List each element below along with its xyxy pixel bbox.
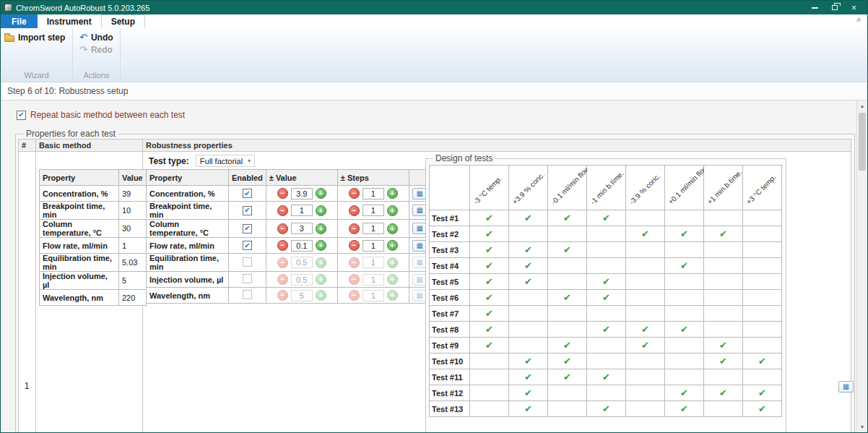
decrease-steps-button[interactable]: − (349, 240, 360, 251)
tab-file[interactable]: File (1, 14, 38, 28)
decrease-steps-button[interactable]: − (349, 274, 360, 285)
restore-icon (832, 5, 838, 10)
decrease-steps-button[interactable]: − (349, 223, 360, 234)
design-cell (743, 258, 782, 274)
increase-value-button[interactable]: + (316, 257, 326, 268)
steps-field[interactable]: 1 (363, 205, 384, 216)
undo-button[interactable]: ↶ Undo (79, 32, 113, 43)
design-cell (704, 258, 743, 274)
increase-value-button[interactable]: + (316, 188, 326, 199)
decrease-steps-button[interactable]: − (349, 205, 360, 216)
design-cell (665, 242, 704, 258)
check-icon: ✔ (524, 372, 532, 382)
repeat-method-checkbox[interactable]: ✔ (17, 111, 26, 120)
design-col-header: -1 min b.time. (587, 166, 626, 210)
enabled-checkbox[interactable]: ✔ (243, 241, 252, 250)
steps-field[interactable]: 1 (363, 240, 384, 252)
steps-field[interactable]: 1 (363, 257, 384, 268)
scroll-up-icon[interactable]: ▲ (857, 100, 867, 111)
increase-value-button[interactable]: + (316, 274, 326, 285)
scroll-down-icon[interactable]: ▼ (857, 421, 867, 432)
restore-button[interactable] (825, 1, 844, 14)
design-cell: ✔ (470, 210, 509, 226)
robustness-row: Column temperature, °C✔−3+−1+▦ (147, 220, 431, 238)
steps-field[interactable]: 1 (363, 223, 384, 234)
test-label: Test #11 (430, 369, 470, 385)
check-icon: ✔ (641, 228, 649, 239)
increase-steps-button[interactable]: + (387, 290, 398, 301)
robustness-col-header: Property (147, 170, 229, 186)
value-field[interactable]: 5 (291, 290, 313, 301)
value-field[interactable]: 3.9 (291, 188, 313, 200)
value-field-cell: −0.1+ (266, 238, 337, 254)
increase-steps-button[interactable]: + (387, 205, 398, 216)
decrease-steps-button[interactable]: − (349, 290, 360, 301)
robustness-row: Breakpoint time, min✔−1+−1+▦ (147, 202, 431, 220)
check-icon: ✔ (719, 387, 727, 398)
decrease-value-button[interactable]: − (277, 274, 288, 285)
increase-steps-button[interactable]: + (387, 188, 398, 199)
tab-setup[interactable]: Setup (101, 14, 145, 28)
decrease-steps-button[interactable]: − (349, 188, 360, 199)
increase-value-button[interactable]: + (316, 223, 326, 234)
test-label: Test #1 (430, 210, 470, 226)
enabled-checkbox[interactable]: ✔ (243, 224, 252, 233)
steps-field[interactable]: 1 (363, 290, 384, 301)
value-field[interactable]: 0.1 (291, 240, 313, 252)
value-field[interactable]: 0.5 (291, 257, 313, 268)
redo-button[interactable]: ↷ Redo (79, 44, 113, 55)
decrease-value-button[interactable]: − (277, 240, 288, 251)
decrease-steps-button[interactable]: − (349, 257, 360, 268)
minimize-button[interactable] (805, 1, 825, 14)
steps-field[interactable]: 1 (363, 188, 384, 200)
close-button[interactable]: × (844, 1, 864, 14)
undo-label: Undo (91, 33, 113, 43)
design-col-header: -0.1 ml/min flow. (548, 166, 587, 210)
import-step-button[interactable]: Import step (4, 33, 65, 43)
test-label: Test #4 (430, 258, 470, 274)
basic-method-row: Injection volume, µl5 (40, 272, 147, 290)
steps-field[interactable]: 1 (363, 274, 384, 286)
decrease-value-button[interactable]: − (277, 257, 288, 268)
enabled-checkbox[interactable] (243, 274, 252, 283)
scrollbar-thumb[interactable] (859, 113, 866, 171)
enabled-checkbox[interactable] (243, 257, 252, 267)
increase-steps-button[interactable]: + (387, 240, 398, 251)
enabled-checkbox[interactable] (243, 290, 252, 299)
enabled-checkbox[interactable]: ✔ (243, 206, 252, 215)
check-icon: ✔ (524, 276, 532, 287)
check-icon: ✔ (485, 244, 493, 255)
property-name: Concentration, % (147, 186, 229, 202)
increase-value-button[interactable]: + (316, 240, 326, 251)
increase-value-button[interactable]: + (316, 205, 326, 216)
value-field[interactable]: 3 (291, 223, 313, 234)
value-field[interactable]: 1 (291, 205, 313, 216)
design-cell (704, 242, 743, 258)
enabled-checkbox[interactable]: ✔ (243, 189, 252, 198)
design-cell (704, 322, 743, 338)
design-cell: ✔ (587, 210, 626, 226)
decrease-value-button[interactable]: − (277, 188, 288, 199)
increase-steps-button[interactable]: + (387, 223, 398, 234)
check-icon: ✔ (602, 276, 610, 287)
test-type-dropdown[interactable]: Full factorial ▾ (196, 155, 255, 167)
property-value: 1 (119, 238, 147, 254)
value-field-cell: −1+ (266, 202, 337, 220)
design-grid-button[interactable]: ▦ (838, 381, 854, 393)
decrease-value-button[interactable]: − (277, 290, 288, 301)
vertical-scrollbar[interactable]: ▲ ▼ (856, 100, 867, 432)
collapse-ribbon-icon[interactable]: ^ (856, 17, 861, 25)
increase-steps-button[interactable]: + (387, 274, 398, 285)
design-cell: ✔ (587, 369, 626, 385)
value-field[interactable]: 0.5 (291, 274, 313, 286)
enabled-cell: ✔ (229, 220, 266, 238)
increase-steps-button[interactable]: + (387, 257, 398, 268)
tab-instrument[interactable]: Instrument (38, 14, 101, 28)
property-value: 39 (119, 186, 147, 202)
design-cell: ✔ (548, 242, 587, 258)
increase-value-button[interactable]: + (316, 290, 326, 301)
design-cell (704, 274, 743, 290)
design-cell (548, 274, 587, 290)
decrease-value-button[interactable]: − (277, 205, 288, 216)
decrease-value-button[interactable]: − (277, 223, 288, 234)
